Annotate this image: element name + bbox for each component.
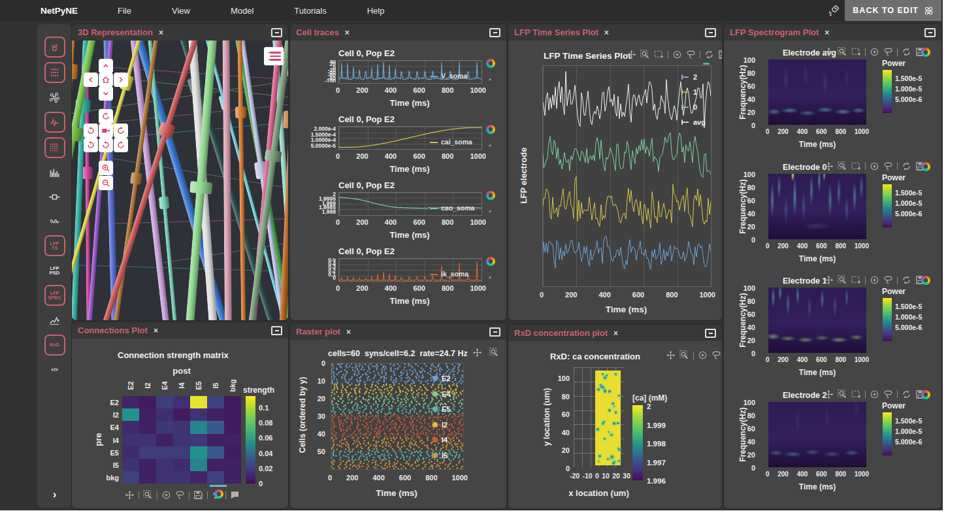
box-icon[interactable] <box>851 161 861 171</box>
lasso-icon[interactable] <box>883 389 893 399</box>
menu-item-view[interactable]: View <box>152 6 210 16</box>
refresh-icon[interactable] <box>902 275 911 285</box>
pan-icon[interactable] <box>472 348 482 357</box>
pan-icon[interactable] <box>627 50 636 59</box>
refresh-icon[interactable] <box>704 50 714 59</box>
lfp-timeseries-icon[interactable]: LFPTS <box>44 235 65 256</box>
close-icon[interactable]: × <box>346 327 351 337</box>
zoom-icon[interactable] <box>489 348 499 357</box>
close-icon[interactable]: × <box>154 326 158 335</box>
tab-rxd[interactable]: RxD concentration plot × <box>514 328 618 338</box>
collapse-arrow-icon[interactable]: ▴ <box>489 142 491 148</box>
zoom-out-button[interactable] <box>99 176 113 190</box>
tab-lfp-spectrogram[interactable]: LFP Spectrogram Plot × <box>730 27 829 37</box>
tab-raster[interactable]: Raster plot × <box>296 327 351 337</box>
refresh-icon[interactable] <box>902 47 911 57</box>
raster-icon[interactable] <box>44 137 65 158</box>
legend-item[interactable]: E5 <box>433 405 450 413</box>
collapse-arrow-icon[interactable]: ▴ <box>489 208 491 214</box>
rotate-top-button[interactable] <box>99 109 113 124</box>
line-chart-icon[interactable] <box>45 310 65 330</box>
network-graph-icon[interactable] <box>45 88 65 107</box>
trace-legend[interactable]: V_soma <box>430 72 467 80</box>
zoom-icon[interactable] <box>838 389 847 399</box>
code-icon[interactable]: </> <box>45 360 65 380</box>
record-camera-button[interactable] <box>99 124 113 138</box>
lasso-icon[interactable] <box>175 490 185 500</box>
spike-stats-icon[interactable] <box>45 211 65 231</box>
pan-icon[interactable] <box>824 161 834 171</box>
roll-ccw-button[interactable] <box>84 138 98 152</box>
histogram-icon[interactable] <box>45 163 65 182</box>
zin-icon[interactable] <box>870 389 879 399</box>
menu-item-file[interactable]: File <box>97 6 152 16</box>
3d-viewport[interactable] <box>72 41 288 320</box>
lasso-icon[interactable] <box>883 47 893 57</box>
pan-icon[interactable] <box>824 275 834 285</box>
layers-menu-button[interactable] <box>264 47 284 65</box>
camera-left-button[interactable] <box>84 73 98 87</box>
lasso-icon[interactable] <box>686 50 696 59</box>
legend-item[interactable]: 2 <box>681 73 697 81</box>
roll-reset-button[interactable] <box>99 138 113 152</box>
zoom-icon[interactable] <box>143 490 153 500</box>
collapse-arrow-icon[interactable]: ▴ <box>489 76 491 82</box>
refresh-icon[interactable] <box>902 161 911 171</box>
roll-cw-button[interactable] <box>114 138 128 152</box>
tab-connections[interactable]: Connections Plot × <box>78 325 158 335</box>
rotate-cw-button[interactable] <box>114 124 128 138</box>
legend-item[interactable]: avg <box>681 118 706 126</box>
camera-home-button[interactable] <box>99 73 113 87</box>
tab-cell-traces[interactable]: Cell traces × <box>296 27 350 37</box>
pan-icon[interactable] <box>824 389 834 399</box>
zoom-icon[interactable] <box>838 47 847 57</box>
close-icon[interactable]: × <box>345 28 350 37</box>
rocket-icon[interactable] <box>823 0 845 21</box>
lasso-icon[interactable] <box>883 161 893 171</box>
refresh-icon[interactable] <box>902 389 911 399</box>
legend-item[interactable]: E4 <box>433 390 450 398</box>
connections-box-icon[interactable] <box>45 187 65 207</box>
chart-studio-icon[interactable] <box>486 125 495 134</box>
chart-studio-icon[interactable] <box>486 191 495 200</box>
tab-3d-representation[interactable]: 3D Representation × <box>78 27 163 37</box>
rxd-icon[interactable]: RxD <box>44 335 65 356</box>
minimize-icon[interactable] <box>489 28 500 37</box>
minimize-icon[interactable] <box>489 327 500 337</box>
box-icon[interactable] <box>851 275 861 285</box>
pan-icon[interactable] <box>666 350 676 360</box>
camera-up-button[interactable] <box>99 59 113 73</box>
legend-item[interactable]: 1 <box>681 88 697 96</box>
lasso-icon[interactable] <box>711 350 721 360</box>
legend-item[interactable]: E2 <box>433 374 450 382</box>
menu-item-help[interactable]: Help <box>347 6 405 16</box>
lfp-spectrogram-icon[interactable]: LFPSPEC <box>44 285 65 306</box>
minimize-icon[interactable] <box>705 28 716 37</box>
close-icon[interactable]: × <box>825 28 829 37</box>
camera-right-button[interactable] <box>114 73 128 87</box>
zin-icon[interactable] <box>161 490 171 500</box>
zin-icon[interactable] <box>870 47 879 57</box>
zoom-icon[interactable] <box>838 161 847 171</box>
box-icon[interactable] <box>851 47 861 57</box>
menu-item-model[interactable]: Model <box>210 6 274 16</box>
back-to-edit-button[interactable]: BACK TO EDIT <box>845 0 941 21</box>
chart-studio-icon[interactable] <box>486 59 495 68</box>
box-icon[interactable] <box>851 389 861 399</box>
zoom-icon[interactable] <box>838 275 847 285</box>
minimize-icon[interactable] <box>271 326 282 335</box>
save-icon[interactable] <box>193 490 203 500</box>
legend-item[interactable]: I2 <box>433 421 448 429</box>
chart-studio-icon[interactable] <box>214 489 223 499</box>
minimize-icon[interactable] <box>705 329 716 338</box>
save-icon[interactable] <box>718 50 722 59</box>
tab-lfp-timeseries[interactable]: LFP Time Series Plot × <box>514 27 609 37</box>
chart-studio-icon[interactable] <box>921 48 930 57</box>
minimize-icon[interactable] <box>924 28 936 37</box>
close-icon[interactable]: × <box>159 28 163 37</box>
box-icon[interactable] <box>654 50 664 59</box>
modebar-collapse-dash[interactable] <box>703 63 710 65</box>
zoom-icon[interactable] <box>679 350 689 360</box>
zin-icon[interactable] <box>698 350 708 360</box>
connectivity-grid-icon[interactable] <box>44 62 65 83</box>
